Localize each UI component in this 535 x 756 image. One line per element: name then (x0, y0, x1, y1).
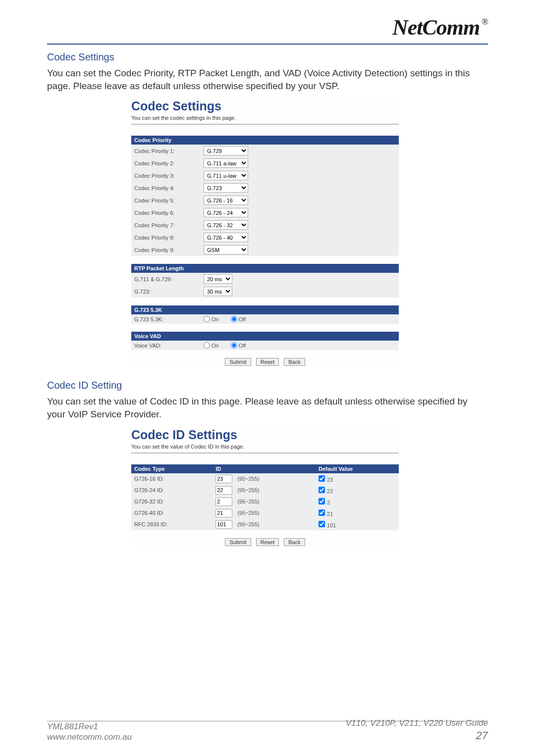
codec-id-panel-title: Codec ID Settings (131, 428, 399, 442)
brand-name: NetComm (392, 15, 480, 40)
rtp-g711-g729-select[interactable]: 20 ms (204, 274, 232, 284)
codec-id-setting-description: You can set the value of Codec ID in thi… (47, 395, 488, 420)
codec-id-panel-sub: You can set the value of Codec ID in thi… (131, 444, 399, 450)
codec-settings-panel-title: Codec Settings (131, 99, 399, 113)
codec-priority-label: Codec Priority 9: (131, 244, 201, 256)
codec-id-row-label: G726-24 ID: (131, 485, 213, 496)
back-button[interactable]: Back (284, 358, 305, 366)
page-footer: YML881Rev1 www.netcomm.com.au V110, V210… (47, 718, 488, 742)
codec-id-settings-panel: Codec ID Settings You can set the value … (131, 428, 399, 546)
codec-id-table: Codec Type ID Default Value G726-16 ID: … (131, 464, 399, 530)
default-value-text: 21 (327, 511, 333, 517)
submit-button[interactable]: Submit (225, 358, 251, 366)
voice-vad-table: Voice VAD Voice VAD: On Off (131, 332, 399, 350)
divider (131, 124, 399, 125)
codec-priority-2-select[interactable]: G.711 a-law (204, 158, 248, 168)
codec-priority-label: Codec Priority 8: (131, 231, 201, 244)
range-hint: (95~255) (237, 487, 259, 493)
g723-header: G.723 5.3K (131, 305, 399, 314)
rtp-g723-select[interactable]: 30 ms (204, 287, 232, 296)
codec-priority-4-select[interactable]: G.723 (204, 183, 248, 193)
reset-button[interactable]: Reset (256, 538, 279, 546)
default-value-text: 23 (327, 477, 333, 483)
codec-settings-description: You can set the Codec Priority, RTP Pack… (47, 67, 488, 92)
range-hint: (95~255) (237, 510, 259, 516)
page-number: 27 (346, 729, 488, 743)
registered-icon: ® (482, 17, 488, 27)
codec-priority-label: Codec Priority 2: (131, 157, 201, 169)
rtp-row-label: G.711 & G.729: (131, 273, 201, 285)
rtp-header: RTP Packet Length (131, 264, 399, 273)
codec-id-header: ID (213, 464, 316, 473)
codec-id-row-label: G726-32 ID: (131, 496, 213, 507)
codec-priority-9-select[interactable]: GSM (204, 245, 248, 254)
codec-id-setting-heading: Codec ID Setting (47, 380, 488, 391)
codec-priority-1-select[interactable]: G.729 (204, 146, 248, 155)
codec-settings-panel-sub: You can set the codec settings in this p… (131, 115, 399, 121)
rtp-packet-length-table: RTP Packet Length G.711 & G.729: 20 ms G… (131, 264, 399, 298)
codec-priority-header: Codec Priority (131, 136, 399, 145)
rfc2833-id-input[interactable] (215, 520, 232, 529)
back-button[interactable]: Back (284, 538, 305, 546)
rtp-row-label: G.723: (131, 285, 201, 298)
reset-button[interactable]: Reset (256, 358, 279, 366)
codec-priority-label: Codec Priority 7: (131, 219, 201, 231)
g726-16-default-checkbox[interactable] (319, 475, 325, 482)
default-value-text: 101 (327, 522, 336, 528)
default-value-text: 22 (327, 488, 333, 494)
g723-on-radio[interactable] (204, 316, 210, 322)
footer-url: www.netcomm.com.au (47, 732, 132, 742)
codec-priority-6-select[interactable]: G.726 - 24 (204, 208, 248, 217)
g723-53k-table: G.723 5.3K G.723 5.3K: On Off (131, 305, 399, 324)
vad-off-radio-label[interactable]: Off (231, 342, 246, 349)
g726-24-id-input[interactable] (215, 486, 232, 495)
codec-id-row-label: G726-16 ID: (131, 473, 213, 485)
codec-settings-heading: Codec Settings (47, 51, 488, 63)
range-hint: (95~255) (237, 521, 259, 527)
divider (131, 453, 399, 454)
rfc2833-default-checkbox[interactable] (319, 521, 325, 527)
g726-32-default-checkbox[interactable] (319, 498, 325, 504)
footer-guide-title: V110, V210P, V211, V220 User Guide (346, 718, 488, 728)
g726-40-default-checkbox[interactable] (319, 509, 325, 516)
g723-off-radio[interactable] (231, 316, 237, 322)
range-hint: (95~255) (237, 499, 259, 504)
default-value-text: 2 (327, 500, 330, 505)
codec-priority-label: Codec Priority 3: (131, 169, 201, 182)
g726-32-id-input[interactable] (215, 498, 232, 506)
codec-priority-5-select[interactable]: G.726 - 16 (204, 196, 248, 205)
codec-priority-label: Codec Priority 1: (131, 145, 201, 157)
codec-priority-3-select[interactable]: G.711 u-law (204, 171, 248, 180)
g726-40-id-input[interactable] (215, 509, 232, 517)
g723-off-radio-label[interactable]: Off (231, 316, 246, 322)
vad-row-label: Voice VAD: (131, 341, 201, 350)
vad-on-radio[interactable] (204, 342, 210, 349)
codec-id-row-label: RFC 2833 ID: (131, 519, 213, 530)
vad-on-radio-label[interactable]: On (204, 342, 219, 349)
header-rule (47, 44, 488, 45)
g723-on-radio-label[interactable]: On (204, 316, 219, 322)
g726-24-default-checkbox[interactable] (319, 487, 325, 493)
codec-priority-table: Codec Priority Codec Priority 1: G.729 C… (131, 136, 399, 256)
brand-logo: NetComm ® (392, 15, 488, 40)
codec-settings-panel: Codec Settings You can set the codec set… (131, 99, 399, 366)
g723-row-label: G.723 5.3K: (131, 314, 201, 324)
codec-priority-label: Codec Priority 6: (131, 206, 201, 219)
codec-priority-8-select[interactable]: G.726 - 40 (204, 233, 248, 242)
codec-priority-label: Codec Priority 5: (131, 194, 201, 206)
submit-button[interactable]: Submit (225, 538, 251, 546)
codec-priority-label: Codec Priority 4: (131, 182, 201, 194)
codec-default-header: Default Value (316, 464, 399, 473)
codec-id-row-label: G726-40 ID: (131, 507, 213, 519)
codec-type-header: Codec Type (131, 464, 213, 473)
vad-off-radio[interactable] (231, 342, 237, 349)
footer-doc-id: YML881Rev1 (47, 721, 132, 732)
vad-header: Voice VAD (131, 332, 399, 341)
g726-16-id-input[interactable] (215, 475, 232, 483)
range-hint: (95~255) (237, 476, 259, 482)
codec-priority-7-select[interactable]: G.726 - 32 (204, 220, 248, 230)
